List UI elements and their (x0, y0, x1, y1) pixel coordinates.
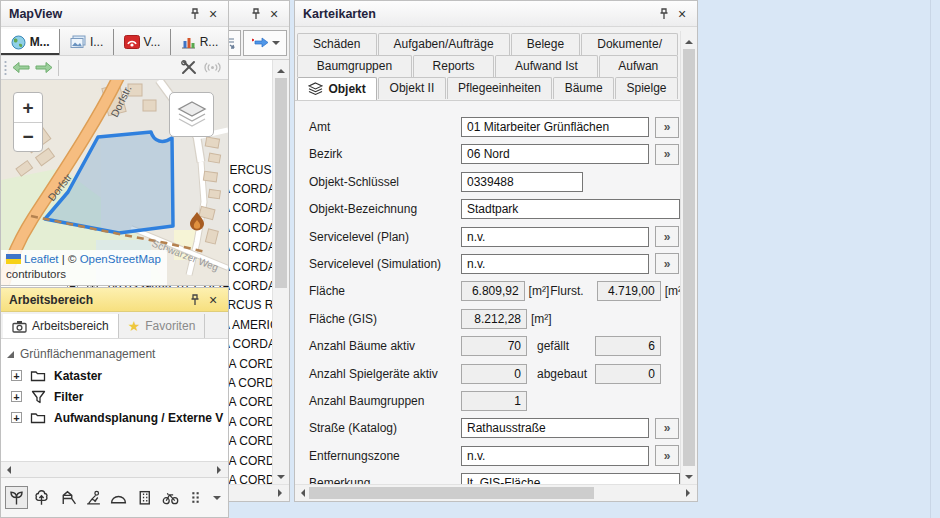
tab-favoriten[interactable]: ★ Favoriten (119, 314, 206, 338)
mapview-tab[interactable]: M... (1, 29, 60, 55)
quick-jump-button[interactable] (243, 30, 287, 56)
karteikarten-tab[interactable]: Reports (413, 55, 495, 77)
karteikarten-tab[interactable]: Pflegeeinheiten (447, 77, 553, 99)
pin-icon[interactable] (186, 291, 204, 309)
mapview-tab[interactable]: I... (60, 29, 114, 55)
expander-toggle[interactable]: + (11, 370, 22, 381)
zoom-in-button[interactable]: + (14, 93, 42, 122)
entfernungszone-lookup-button[interactable]: » (655, 445, 679, 466)
karteikarten-tab[interactable]: Baumgruppen (297, 55, 412, 77)
expander-toggle[interactable]: + (11, 412, 22, 423)
gefaellt-value: 6 (595, 336, 661, 356)
arbeitsbereich-titlebar: Arbeitsbereich × (1, 288, 228, 312)
context-toolbar (1, 477, 228, 517)
mapview-panel: MapView × M... (0, 0, 229, 286)
mapview-title: MapView (9, 7, 186, 21)
close-icon[interactable]: × (265, 5, 283, 23)
amt-input[interactable]: 01 Mitarbeiter Grünflächen (461, 117, 649, 137)
tab-label: M... (30, 35, 50, 49)
sprout-tool-button[interactable] (5, 486, 28, 509)
servicelevel-plan-lookup-button[interactable]: » (655, 226, 679, 247)
playground-tower-tool-button[interactable] (56, 486, 79, 509)
karteikarten-tabs: Schäden Aufgaben/Aufträge Belege Dokumen… (295, 27, 680, 100)
building-tool-button[interactable] (133, 486, 156, 509)
sandbox-tool-button[interactable] (82, 486, 105, 509)
tree-item-label: Aufwandsplanung / Externe V (51, 410, 226, 426)
form-row-amt: Amt 01 Mitarbeiter Grünflächen » (309, 117, 680, 137)
servicelevel-simulation-input[interactable]: n.v. (461, 254, 649, 274)
flaeche-unit: [m²] (529, 284, 550, 298)
window-edge-strip (930, 0, 940, 518)
zoom-out-button[interactable]: − (14, 122, 42, 151)
objekt-bezeichnung-input[interactable]: Stadtpark (461, 199, 680, 219)
bezirk-input[interactable]: 06 Nord (461, 144, 649, 164)
tab-arbeitsbereich[interactable]: Arbeitsbereich (3, 314, 119, 338)
pin-icon[interactable] (247, 5, 265, 23)
field-label: Servicelevel (Plan) (309, 230, 461, 244)
karteikarten-tab[interactable]: Objekt II (378, 77, 446, 99)
karteikarten-tab[interactable]: Aufgaben/Aufträge (378, 33, 510, 55)
arbeitsbereich-body: Grünflächenmanagement + Kataster + (1, 339, 228, 461)
tree-item[interactable]: + Aufwandsplanung / Externe V (7, 407, 228, 428)
servicelevel-plan-input[interactable]: n.v. (461, 227, 649, 247)
close-icon[interactable]: × (204, 291, 222, 309)
toolbar-overflow-dropdown[interactable] (210, 486, 224, 509)
bemerkung-input[interactable]: lt. GIS-Fläche (461, 473, 680, 484)
form-row-bemerkung: Bemerkung lt. GIS-Fläche (309, 473, 680, 484)
karteikarten-horizontal-scrollbar[interactable] (295, 484, 697, 501)
layers-icon (308, 82, 323, 96)
leaflet-link[interactable]: Leaflet (24, 253, 59, 265)
arbeitsbereich-panel: Arbeitsbereich × Arbeitsbereich ★ Favori… (0, 287, 229, 518)
map-tools-button[interactable] (181, 60, 198, 75)
expander-toggle[interactable]: + (11, 391, 22, 402)
amt-lookup-button[interactable]: » (655, 117, 679, 138)
forward-arrow-button[interactable] (35, 62, 53, 73)
ukraine-flag-icon (6, 254, 21, 264)
back-arrow-button[interactable] (12, 62, 30, 73)
mapview-titlebar: MapView × (1, 1, 228, 27)
landscape-tool-button[interactable] (108, 486, 131, 509)
section-gruenflaechenmanagement[interactable]: Grünflächenmanagement (7, 343, 228, 365)
toolbar-grip[interactable] (4, 60, 7, 76)
karteikarten-tab[interactable]: Spielge (615, 77, 678, 99)
field-label: Entfernungszone (309, 449, 461, 463)
anzahl-spielgeraete-value: 0 (461, 364, 527, 384)
tab-label: Baumgruppen (317, 59, 392, 73)
servicelevel-simulation-lookup-button[interactable]: » (655, 253, 679, 274)
karteikarten-tab[interactable]: Objekt (297, 77, 377, 100)
karteikarten-tab[interactable]: Aufwan (599, 55, 679, 77)
kontextbaum-vertical-scrollbar[interactable] (272, 60, 289, 484)
strasse-lookup-button[interactable]: » (655, 418, 679, 439)
pin-icon[interactable] (186, 5, 204, 23)
close-icon[interactable]: × (204, 5, 222, 23)
arbeitsbereich-horizontal-scrollbar[interactable] (1, 461, 228, 477)
gps-signal-button[interactable] (203, 61, 222, 74)
abgebaut-label: abgebaut (537, 367, 595, 381)
pin-icon[interactable] (655, 5, 673, 23)
more-tools-button[interactable] (185, 486, 208, 509)
tree-item[interactable]: + Kataster (7, 365, 228, 386)
karteikarten-vertical-scrollbar[interactable] (680, 31, 697, 484)
karteikarten-tab[interactable]: Schäden (297, 33, 377, 55)
map-canvas[interactable]: Dorfstr. Dorfstr Schwarzer Weg + − Leaf (1, 80, 228, 285)
tree-tool-button[interactable] (31, 486, 54, 509)
mapview-tab[interactable]: R... (171, 29, 228, 55)
close-icon[interactable]: × (673, 5, 691, 23)
strasse-input[interactable]: Rathausstraße (461, 418, 649, 438)
bicycle-tool-button[interactable] (159, 486, 182, 509)
osm-link[interactable]: OpenStreetMap (80, 253, 161, 265)
karteikarten-titlebar: Karteikarten × (295, 1, 697, 27)
bezirk-lookup-button[interactable]: » (655, 144, 679, 165)
abgebaut-value: 0 (595, 364, 661, 384)
globe-icon (11, 35, 26, 50)
karteikarten-tab[interactable]: Belege (511, 33, 581, 55)
tab-label: V... (144, 35, 161, 49)
map-layers-control[interactable] (169, 92, 214, 137)
karteikarten-tab[interactable]: Bäume (553, 77, 614, 99)
entfernungszone-input[interactable]: n.v. (461, 446, 649, 466)
karteikarten-tab[interactable]: Dokumente/ (581, 33, 678, 55)
objekt-schluessel-input[interactable]: 0339488 (461, 172, 583, 192)
mapview-tab[interactable]: V... (114, 29, 171, 55)
karteikarten-tab[interactable]: Aufwand Ist (495, 55, 597, 77)
tree-item[interactable]: + Filter (7, 386, 228, 407)
